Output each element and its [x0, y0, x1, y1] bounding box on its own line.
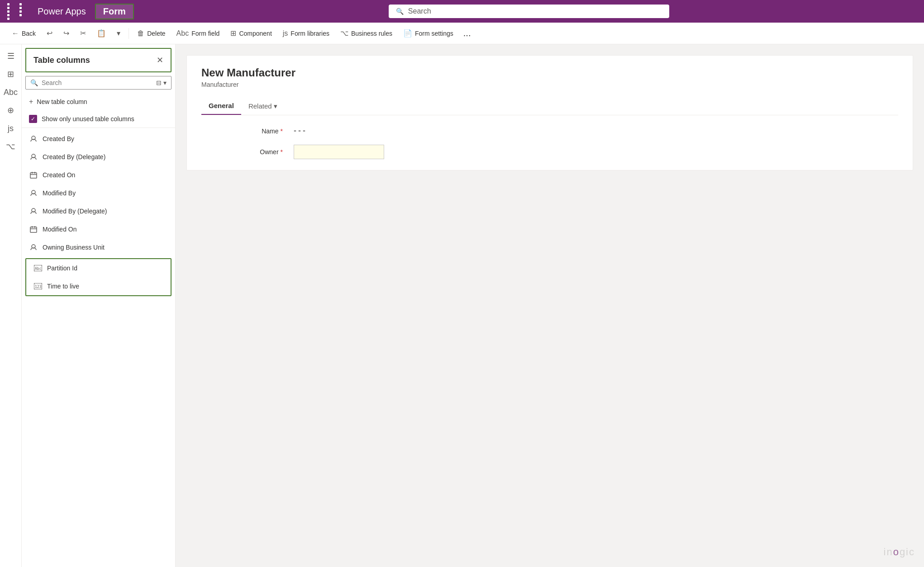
column-list: Created By Created By (Delegate) Created… — [22, 130, 175, 567]
app-name: Power Apps — [38, 6, 86, 17]
lookup-icon — [29, 243, 38, 252]
datetime-icon — [29, 170, 38, 180]
chevron-down-icon: ▾ — [274, 102, 277, 110]
undo-icon: ↩ — [47, 29, 52, 38]
form-tabs: General Related ▾ — [201, 97, 898, 115]
list-item[interactable]: Created On — [22, 166, 175, 184]
panel-title: Table columns — [33, 56, 90, 65]
top-bar: Power Apps Form 🔍 Search — [0, 0, 924, 23]
form-title: New Manufacturer — [201, 66, 898, 79]
show-unused-checkbox[interactable]: ✓ — [29, 115, 37, 123]
sidebar-layers-icon[interactable]: ⊕ — [3, 102, 19, 118]
delete-icon: 🗑 — [137, 29, 144, 38]
tab-general[interactable]: General — [201, 97, 241, 115]
sidebar-network-icon[interactable]: ⌥ — [3, 138, 19, 155]
back-button[interactable]: ← Back — [7, 27, 40, 40]
form-card: New Manufacturer Manufacturer General Re… — [186, 55, 913, 170]
form-field-button[interactable]: Abc Form field — [172, 27, 224, 40]
component-button[interactable]: ⊞ Component — [226, 26, 276, 40]
sidebar-abc-icon[interactable]: Abc — [3, 84, 19, 100]
watermark: inogic — [884, 546, 915, 558]
filter-chevron-icon: ▾ — [163, 79, 167, 86]
sidebar-js-icon[interactable]: js — [3, 120, 19, 137]
panel-header: Table columns ✕ — [25, 48, 171, 72]
search-input-placeholder[interactable]: Search — [408, 7, 431, 15]
lookup-icon — [29, 189, 38, 198]
toolbar-divider — [129, 28, 129, 39]
panel-close-button[interactable]: ✕ — [157, 55, 163, 65]
lookup-icon — [29, 152, 38, 161]
list-item[interactable]: Modified By (Delegate) — [22, 202, 175, 220]
plus-icon: + — [29, 98, 33, 106]
owner-label: Owner* — [201, 148, 283, 156]
list-item[interactable]: Created By (Delegate) — [22, 148, 175, 166]
name-required-marker: * — [281, 128, 283, 135]
owner-field-row: Owner* — [201, 145, 898, 159]
form-libraries-icon: js — [283, 29, 288, 38]
search-icon: 🔍 — [30, 79, 38, 86]
redo-icon: ↪ — [63, 29, 69, 38]
chevron-down-icon: ▾ — [117, 29, 120, 38]
panel-search-input[interactable] — [42, 79, 151, 86]
cut-icon: ✂ — [80, 29, 86, 38]
form-settings-button[interactable]: 📄 Form settings — [399, 26, 458, 40]
paste-button[interactable]: 📋 — [92, 26, 110, 40]
more-button[interactable]: ... — [460, 26, 475, 40]
new-table-column-button[interactable]: + New table column — [22, 93, 175, 110]
partition-id-item[interactable]: Abc Partition Id — [26, 259, 171, 277]
form-subtitle: Manufacturer — [201, 81, 898, 88]
app-grid-icon[interactable] — [7, 3, 30, 20]
dropdown-button[interactable]: ▾ — [112, 26, 125, 40]
filter-button[interactable]: ⊟ ▾ — [156, 79, 167, 86]
redo-button[interactable]: ↪ — [59, 26, 74, 40]
back-icon: ← — [12, 29, 19, 38]
lookup-icon — [29, 134, 38, 143]
name-label: Name* — [201, 128, 283, 135]
number-icon: 123 — [33, 282, 43, 291]
svg-text:Abc: Abc — [35, 267, 42, 271]
datetime-icon — [29, 225, 38, 234]
name-field-row: Name* --- — [201, 126, 898, 136]
main-layout: ☰ ⊞ Abc ⊕ js ⌥ Table columns ✕ 🔍 ⊟ ▾ + N… — [0, 44, 924, 567]
form-fields: Name* --- Owner* — [201, 126, 898, 159]
table-columns-panel: Table columns ✕ 🔍 ⊟ ▾ + New table column… — [22, 44, 176, 567]
paste-icon: 📋 — [97, 29, 106, 38]
component-icon: ⊞ — [230, 29, 236, 38]
form-field-icon: Abc — [176, 29, 189, 38]
sidebar-grid-icon[interactable]: ⊞ — [3, 66, 19, 82]
svg-rect-2 — [30, 173, 37, 178]
form-settings-icon: 📄 — [403, 29, 412, 38]
cut-button[interactable]: ✂ — [76, 26, 90, 40]
business-rules-button[interactable]: ⌥ Business rules — [336, 26, 397, 40]
sidebar-icons: ☰ ⊞ Abc ⊕ js ⌥ — [0, 44, 22, 567]
svg-text:123: 123 — [35, 285, 42, 289]
delete-button[interactable]: 🗑 Delete — [133, 27, 170, 40]
text-icon: Abc — [33, 264, 43, 273]
business-rules-icon: ⌥ — [340, 29, 348, 38]
list-item[interactable]: Created By — [22, 130, 175, 148]
form-area: New Manufacturer Manufacturer General Re… — [176, 44, 924, 567]
panel-search-container: 🔍 ⊟ ▾ — [25, 76, 171, 90]
toolbar: ← Back ↩ ↪ ✂ 📋 ▾ 🗑 Delete Abc Form field… — [0, 23, 924, 44]
global-search-bar[interactable]: 🔍 Search — [389, 5, 669, 18]
filter-icon: ⊟ — [156, 79, 162, 86]
time-to-live-item[interactable]: 123 Time to live — [26, 277, 171, 295]
form-libraries-button[interactable]: js Form libraries — [278, 27, 334, 40]
sidebar-menu-icon[interactable]: ☰ — [3, 48, 19, 64]
owner-input[interactable] — [294, 145, 384, 159]
list-item[interactable]: Modified By — [22, 184, 175, 202]
lookup-icon — [29, 207, 38, 216]
tab-related[interactable]: Related ▾ — [241, 97, 285, 115]
show-unused-checkbox-row[interactable]: ✓ Show only unused table columns — [22, 110, 175, 128]
owner-required-marker: * — [281, 148, 283, 156]
undo-button[interactable]: ↩ — [42, 26, 57, 40]
svg-rect-5 — [30, 227, 37, 232]
list-item[interactable]: Owning Business Unit — [22, 238, 175, 256]
list-item[interactable]: Modified On — [22, 220, 175, 238]
search-icon: 🔍 — [396, 8, 404, 15]
form-tab[interactable]: Form — [95, 4, 134, 19]
name-value: --- — [294, 126, 307, 136]
